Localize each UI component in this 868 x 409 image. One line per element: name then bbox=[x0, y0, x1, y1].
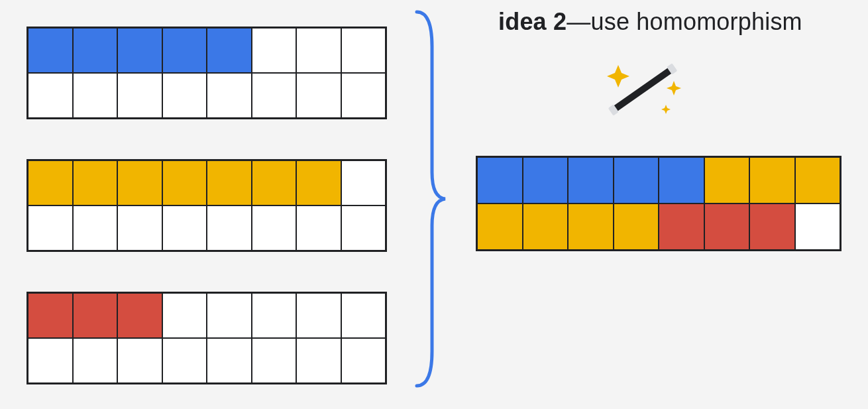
grid-cell bbox=[568, 204, 614, 250]
grid-cell bbox=[117, 293, 162, 338]
grid-cell bbox=[341, 338, 386, 383]
grid-cell bbox=[73, 160, 118, 205]
grid-cell bbox=[117, 73, 162, 118]
grid-cell bbox=[207, 28, 252, 73]
grid-cell bbox=[252, 293, 297, 338]
magic-wand-icon bbox=[600, 53, 686, 126]
grid-cell bbox=[28, 293, 73, 338]
grid-cell bbox=[162, 293, 207, 338]
grid-cell bbox=[252, 160, 297, 205]
diagram-stage: idea 2—use homomorphism bbox=[0, 0, 868, 409]
grid-cell bbox=[207, 293, 252, 338]
grid-cell bbox=[614, 157, 659, 204]
grid-cell bbox=[28, 28, 73, 73]
grid-cell bbox=[704, 204, 750, 250]
grid-cell bbox=[117, 28, 162, 73]
title-rest: —use homomorphism bbox=[567, 8, 802, 35]
grid-cell bbox=[117, 338, 162, 383]
grid-cell bbox=[117, 160, 162, 205]
grid-cell bbox=[28, 338, 73, 383]
grid-cell bbox=[207, 160, 252, 205]
grid-cell bbox=[73, 293, 118, 338]
grid-cell bbox=[477, 204, 523, 250]
grid-input-blue bbox=[27, 27, 387, 119]
slide-title: idea 2—use homomorphism bbox=[498, 8, 802, 36]
grid-cell bbox=[659, 157, 704, 204]
grid-cell bbox=[659, 204, 704, 250]
grid-cell bbox=[523, 157, 569, 204]
grid-cell bbox=[614, 204, 659, 250]
grid-cell bbox=[73, 338, 118, 383]
grid-cell bbox=[296, 160, 341, 205]
grid-input-red bbox=[27, 292, 387, 384]
grid-cell bbox=[341, 73, 386, 118]
curly-brace bbox=[407, 7, 447, 391]
grid-cell bbox=[207, 205, 252, 251]
grid-output-merged bbox=[476, 156, 841, 251]
grid-cell bbox=[341, 160, 386, 205]
grid-cell bbox=[341, 293, 386, 338]
grid-cell bbox=[477, 157, 523, 204]
grid-input-yellow bbox=[27, 159, 387, 252]
grid-cell bbox=[341, 205, 386, 251]
grid-cell bbox=[207, 338, 252, 383]
grid-cell bbox=[252, 73, 297, 118]
grid-cell bbox=[252, 205, 297, 251]
grid-cell bbox=[73, 28, 118, 73]
grid-cell bbox=[795, 204, 841, 250]
grid-cell bbox=[162, 160, 207, 205]
grid-cell bbox=[749, 157, 795, 204]
grid-cell bbox=[296, 338, 341, 383]
grid-cell bbox=[73, 73, 118, 118]
grid-cell bbox=[523, 204, 569, 250]
grid-cell bbox=[207, 73, 252, 118]
grid-cell bbox=[162, 338, 207, 383]
grid-cell bbox=[28, 205, 73, 251]
grid-cell bbox=[296, 28, 341, 73]
grid-cell bbox=[252, 28, 297, 73]
grid-cell bbox=[749, 204, 795, 250]
grid-cell bbox=[296, 293, 341, 338]
grid-cell bbox=[341, 28, 386, 73]
grid-cell bbox=[795, 157, 841, 204]
grid-cell bbox=[162, 28, 207, 73]
grid-cell bbox=[117, 205, 162, 251]
grid-cell bbox=[252, 338, 297, 383]
grid-cell bbox=[162, 205, 207, 251]
grid-cell bbox=[296, 73, 341, 118]
grid-cell bbox=[568, 157, 614, 204]
grid-cell bbox=[162, 73, 207, 118]
grid-cell bbox=[704, 157, 750, 204]
grid-cell bbox=[73, 205, 118, 251]
grid-cell bbox=[28, 160, 73, 205]
grid-cell bbox=[296, 205, 341, 251]
title-bold: idea 2 bbox=[498, 8, 567, 35]
grid-cell bbox=[28, 73, 73, 118]
